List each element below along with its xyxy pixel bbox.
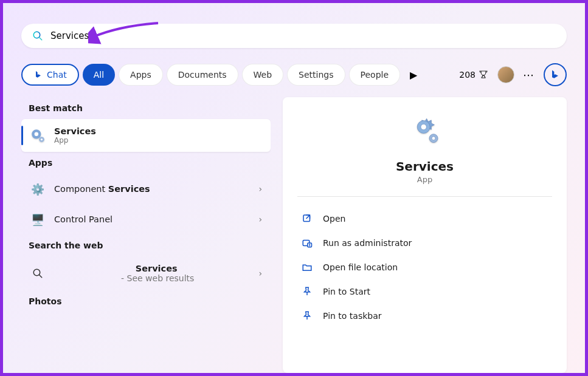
services-icon [30, 128, 46, 143]
control-panel-icon: 🖥️ [30, 211, 46, 227]
more-filters-button[interactable]: ▶ [404, 69, 423, 81]
app-result-control-panel[interactable]: 🖥️ Control Panel › [21, 204, 271, 234]
web-header: Search the web [21, 234, 271, 256]
svg-line-1 [39, 37, 42, 40]
search-icon [32, 30, 43, 41]
best-match-header: Best match [21, 97, 271, 119]
action-open[interactable]: Open [297, 207, 552, 231]
svg-point-3 [35, 132, 39, 137]
services-icon-large [408, 114, 442, 148]
filter-all[interactable]: All [83, 64, 115, 86]
web-result[interactable]: Services - See web results › [21, 256, 271, 290]
svg-point-9 [421, 124, 426, 129]
detail-title: Services [396, 159, 454, 174]
action-pin-taskbar[interactable]: Pin to taskbar [297, 304, 552, 328]
results-column: Best match Services App Apps ⚙️ Componen… [21, 97, 271, 373]
chevron-right-icon: › [258, 214, 262, 224]
chat-label: Chat [47, 70, 67, 80]
action-open-location[interactable]: Open file location [297, 255, 552, 279]
svg-line-7 [39, 275, 42, 278]
detail-panel: Services App Open Run as administrator O… [283, 97, 567, 373]
more-options-button[interactable]: ⋯ [523, 69, 535, 81]
pin-icon [301, 285, 313, 298]
user-avatar[interactable] [497, 66, 514, 83]
app-result-component-services[interactable]: ⚙️ Component Services › [21, 174, 271, 204]
search-bar[interactable] [21, 24, 567, 48]
filter-people[interactable]: People [349, 64, 401, 86]
result-subtitle: App [54, 136, 262, 145]
result-title: Services [54, 126, 262, 136]
bing-chat-button[interactable] [544, 63, 567, 86]
svg-point-11 [432, 137, 435, 140]
bing-icon [33, 70, 43, 80]
detail-subtitle: App [417, 175, 432, 184]
action-list: Open Run as administrator Open file loca… [297, 207, 552, 328]
filter-apps[interactable]: Apps [119, 64, 163, 86]
apps-header: Apps [21, 152, 271, 174]
action-run-admin[interactable]: Run as administrator [297, 231, 552, 255]
chat-chip[interactable]: Chat [21, 64, 79, 86]
pin-icon [301, 310, 313, 322]
filter-settings[interactable]: Settings [287, 64, 345, 86]
action-pin-start[interactable]: Pin to Start [297, 279, 552, 304]
rewards-points[interactable]: 208 [459, 69, 489, 80]
trophy-icon [478, 69, 489, 80]
search-icon [30, 265, 46, 281]
bing-icon [549, 69, 561, 81]
search-input[interactable] [50, 30, 556, 41]
photos-header: Photos [21, 290, 271, 312]
chevron-right-icon: › [258, 184, 262, 194]
svg-point-5 [41, 138, 43, 140]
filter-documents[interactable]: Documents [167, 64, 238, 86]
filter-web[interactable]: Web [242, 64, 284, 86]
best-match-result[interactable]: Services App [21, 119, 271, 152]
chevron-right-icon: › [258, 268, 262, 278]
admin-icon [301, 237, 313, 249]
folder-icon [301, 261, 313, 273]
svg-rect-14 [308, 243, 312, 247]
filter-row: Chat All Apps Documents Web Settings Peo… [21, 63, 567, 87]
open-icon [301, 213, 313, 225]
component-services-icon: ⚙️ [30, 181, 46, 197]
